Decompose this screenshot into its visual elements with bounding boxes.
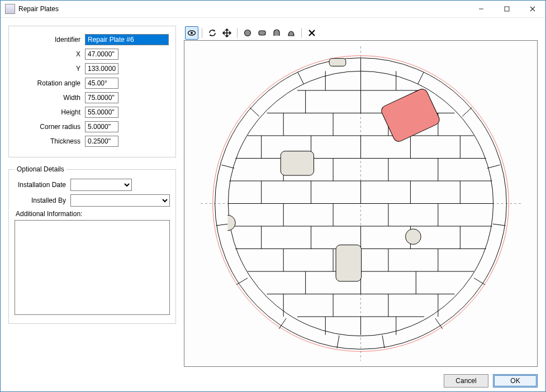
row-thickness: Thickness [15, 136, 170, 147]
y-input[interactable] [85, 63, 118, 74]
svg-line-26 [279, 318, 286, 329]
svg-line-27 [236, 278, 248, 285]
svg-rect-1 [505, 7, 509, 11]
label-installed-by: Installed By [15, 197, 70, 204]
eye-icon[interactable] [185, 26, 198, 40]
plate-shape-selected[interactable] [380, 87, 441, 143]
row-rotation: Rotation angle [15, 78, 170, 89]
circle-shape-icon[interactable] [241, 26, 254, 40]
svg-point-8 [245, 30, 251, 36]
svg-line-25 [337, 336, 339, 348]
row-install-date: Installation Date [15, 179, 170, 191]
svg-line-30 [250, 108, 259, 117]
width-input[interactable] [85, 92, 118, 103]
close-button[interactable] [520, 1, 545, 17]
optional-details-group: Optional Details Installation Date Insta… [8, 165, 176, 324]
label-additional-info: Additional Information: [16, 210, 170, 218]
app-icon [5, 4, 15, 14]
label-identifier: Identifier [15, 36, 85, 44]
svg-line-23 [435, 318, 443, 329]
rounded-rect-shape-icon[interactable] [255, 26, 269, 40]
svg-line-29 [221, 165, 234, 168]
svg-line-24 [382, 336, 384, 348]
drawing-canvas[interactable] [184, 40, 538, 367]
svg-line-22 [474, 278, 485, 285]
label-install-date: Installation Date [15, 181, 70, 189]
label-corner-radius: Corner radius [15, 123, 85, 131]
plate-shape[interactable] [281, 151, 314, 175]
cancel-button[interactable]: Cancel [444, 374, 488, 388]
canvas-toolbar [184, 26, 538, 40]
svg-line-20 [487, 165, 500, 168]
plate-shape[interactable] [227, 215, 235, 231]
rotation-input[interactable] [85, 78, 118, 89]
row-height: Height [15, 107, 170, 118]
label-rotation: Rotation angle [15, 79, 85, 87]
left-panel: Identifier X Y Rotation angle Width [8, 26, 176, 367]
label-y: Y [15, 65, 85, 73]
dialog-window: Repair Plates Identifier X Y [0, 0, 546, 392]
install-date-select[interactable] [70, 179, 132, 191]
square-arch-shape-icon[interactable] [270, 26, 283, 40]
row-corner-radius: Corner radius [15, 121, 170, 132]
row-y: Y [15, 63, 170, 74]
window-title: Repair Plates [18, 5, 59, 13]
label-height: Height [15, 108, 85, 116]
maximize-button[interactable] [494, 1, 520, 17]
arch-shape-icon[interactable] [284, 26, 298, 40]
title-bar: Repair Plates [1, 1, 545, 18]
x-input[interactable] [85, 49, 118, 60]
dialog-body: Identifier X Y Rotation angle Width [1, 18, 545, 370]
additional-info-textarea[interactable] [15, 220, 170, 315]
svg-rect-9 [259, 31, 265, 35]
identifier-input[interactable] [85, 34, 169, 45]
minimize-button[interactable] [468, 1, 494, 17]
corner-radius-input[interactable] [85, 121, 118, 132]
svg-point-5 [191, 32, 193, 34]
thickness-input[interactable] [85, 136, 118, 147]
svg-line-21 [493, 224, 506, 226]
row-width: Width [15, 92, 170, 103]
dialog-footer: Cancel OK [1, 370, 545, 391]
optional-details-legend: Optional Details [15, 165, 67, 173]
plate-shape[interactable] [406, 229, 421, 245]
label-thickness: Thickness [15, 137, 85, 145]
plate-shape[interactable] [329, 59, 346, 66]
svg-line-19 [462, 108, 472, 117]
label-x: X [15, 50, 85, 58]
row-installed-by: Installed By [15, 194, 170, 207]
svg-line-18 [417, 72, 424, 84]
refresh-icon[interactable] [206, 26, 219, 40]
label-width: Width [15, 94, 85, 102]
svg-line-31 [298, 72, 304, 84]
height-input[interactable] [85, 107, 118, 118]
svg-line-28 [216, 224, 229, 226]
right-panel [184, 26, 538, 367]
plate-shape[interactable] [336, 245, 361, 281]
row-x: X [15, 49, 170, 60]
move-icon[interactable] [220, 26, 234, 40]
row-identifier: Identifier [15, 34, 170, 45]
properties-group: Identifier X Y Rotation angle Width [8, 26, 176, 157]
delete-icon[interactable] [305, 26, 319, 40]
installed-by-select[interactable] [70, 194, 170, 207]
tank-diagram [184, 41, 537, 366]
ok-button[interactable]: OK [493, 374, 538, 388]
